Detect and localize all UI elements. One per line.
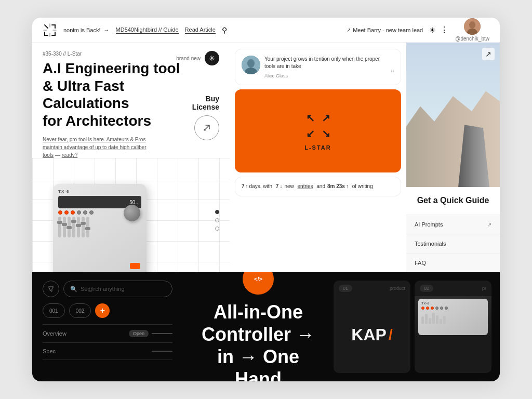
knob-5 xyxy=(83,210,87,215)
menu-item-testimonials[interactable]: Testimonials xyxy=(406,234,500,254)
tagline-line1: All-in-One Controller → xyxy=(193,301,323,345)
testimonials-label: Testimonials xyxy=(415,241,446,247)
tagline-line2: in → One Hand xyxy=(193,345,323,381)
dot-2[interactable] xyxy=(215,218,219,222)
menu-item-faq[interactable]: FAQ xyxy=(406,254,500,272)
mf2 xyxy=(425,314,428,324)
read-article-link[interactable]: Read Article xyxy=(185,26,216,34)
mini-faders xyxy=(421,311,484,324)
fader-7 xyxy=(86,217,89,237)
arrow-br: ↘ xyxy=(319,127,332,140)
svg-point-4 xyxy=(247,59,255,68)
main-window: nonim is Back! → MD540Nightbird // Guide… xyxy=(32,18,500,381)
buy-license-area[interactable]: Buy License xyxy=(192,95,219,140)
brand-new-text: brand new xyxy=(176,56,201,61)
tag-001[interactable]: 001 xyxy=(43,303,65,318)
device-name-label: TX-6 xyxy=(58,189,141,194)
right-menu: AI Prompts ↗ Testimonials FAQ xyxy=(406,215,500,272)
spec-row[interactable]: Spec xyxy=(43,343,172,360)
lstar-card[interactable]: ↖ ↗ ↙ ↘ L-STAR xyxy=(235,89,401,172)
quote-avatar xyxy=(242,56,260,74)
mini-device-label: TX-6 xyxy=(421,302,484,305)
big-knob xyxy=(124,205,140,221)
mk1 xyxy=(421,307,424,310)
theme-icon[interactable]: ☀ xyxy=(429,26,436,34)
avatar[interactable] xyxy=(464,18,481,35)
filter-button[interactable] xyxy=(43,281,59,297)
expand-icon[interactable]: ↗ xyxy=(482,48,495,60)
spec-status xyxy=(152,351,172,352)
fader-2 xyxy=(63,217,66,237)
nav-meet-team: ↗ Meet Barry - new team lead xyxy=(347,27,423,33)
mk4 xyxy=(435,307,438,310)
entries-num: 7 xyxy=(276,182,279,191)
product-num-2: 02 xyxy=(420,285,433,292)
entries-link[interactable]: entries xyxy=(298,182,313,191)
notice-arrow: → xyxy=(104,27,110,33)
mk6 xyxy=(445,307,448,310)
product-card-kap[interactable]: 01 product KAP / xyxy=(334,281,410,373)
overview-label: Overview xyxy=(43,330,66,337)
quick-guide-card[interactable]: Get a Quick Guide xyxy=(406,187,500,215)
quote-content: Your project grows in tention only when … xyxy=(264,56,387,78)
arrow-tl: ↖ xyxy=(303,111,317,125)
product-header-2: 02 pr xyxy=(415,281,491,296)
quote-mark: “ xyxy=(391,68,394,78)
product-header-1: 01 product xyxy=(334,281,410,296)
meet-text: Meet Barry - new team lead xyxy=(353,27,423,33)
search-icon: 🔍 xyxy=(70,286,77,292)
big-tagline: All-in-One Controller → in → One Hand xyxy=(193,301,323,381)
mf4 xyxy=(432,313,435,325)
top-section: nonim is Back! → MD540Nightbird // Guide… xyxy=(32,18,500,272)
content-area: #35-330 // L-Star brand new ✳ A.I Engine… xyxy=(32,43,500,272)
bottom-right-products: 01 product KAP / 02 pr TX xyxy=(334,272,500,381)
status-line xyxy=(152,333,172,334)
product-tx6-device: TX-6 xyxy=(415,296,491,338)
orange-button xyxy=(130,263,140,269)
mf1 xyxy=(421,316,424,324)
overview-row[interactable]: Overview Open xyxy=(43,325,172,343)
tx6-device: TX-6 50.. xyxy=(53,184,147,272)
days-num: 7 xyxy=(242,182,245,191)
more-options-icon[interactable]: ⋮ xyxy=(440,25,449,35)
buy-cta-button[interactable] xyxy=(194,115,219,140)
days-up-arrow: ↑ xyxy=(246,182,248,191)
quote-card: Your project grows in tention only when … xyxy=(235,49,401,85)
fader-3 xyxy=(68,217,71,237)
quick-guide-text: Get a Quick Guide xyxy=(417,195,489,206)
entries-down-arrow: ↓ xyxy=(280,182,282,191)
product-num-1: 01 xyxy=(339,285,352,292)
product-card-tx6[interactable]: 02 pr TX-6 xyxy=(415,281,491,373)
knob-4 xyxy=(77,210,81,215)
writing-time: 8m 23s xyxy=(327,182,345,191)
spec-line xyxy=(152,351,172,352)
knob-2 xyxy=(64,210,69,215)
dot-3[interactable] xyxy=(215,227,219,231)
device-image: TX-6 50.. xyxy=(53,163,167,272)
filter-search-row: 🔍 Se@rch anything xyxy=(43,281,172,297)
product-kap-name: KAP / xyxy=(334,296,410,373)
dot-1[interactable] xyxy=(215,210,219,214)
fader-1 xyxy=(58,217,61,237)
snowflake-icon: ✳ xyxy=(205,51,219,65)
search-box[interactable]: 🔍 Se@rch anything xyxy=(63,281,172,297)
bottom-left-panel: 🔍 Se@rch anything 001 002 + Overview xyxy=(32,272,183,381)
guide-link[interactable]: MD540Nightbird // Guide xyxy=(116,26,179,34)
code-badge-text: </> xyxy=(254,276,262,282)
tag-002[interactable]: 002 xyxy=(69,303,91,318)
product-label-2: pr xyxy=(482,286,486,291)
brand-logo[interactable] xyxy=(43,23,57,37)
menu-item-ai-prompts[interactable]: AI Prompts ↗ xyxy=(406,215,500,234)
buy-label: Buy License xyxy=(192,95,219,111)
mini-knobs xyxy=(421,307,484,310)
product-label-1: product xyxy=(390,286,405,291)
right-panel: ↗ Get a Quick Guide AI Prompts ↗ Testimo… xyxy=(406,43,500,272)
avatar-image xyxy=(464,18,481,35)
bottom-middle-panel: </> All-in-One Controller → in → One Han… xyxy=(183,272,334,381)
search-icon[interactable]: ⚲ xyxy=(222,26,227,34)
stats-card: 7 ↑ days, with 7 ↓ new entries and 8m 23… xyxy=(235,177,401,196)
mf5 xyxy=(436,315,438,325)
add-tag-button[interactable]: + xyxy=(95,303,110,318)
mf7 xyxy=(443,316,446,324)
nav-notice: nonim is Back! → xyxy=(63,27,110,33)
